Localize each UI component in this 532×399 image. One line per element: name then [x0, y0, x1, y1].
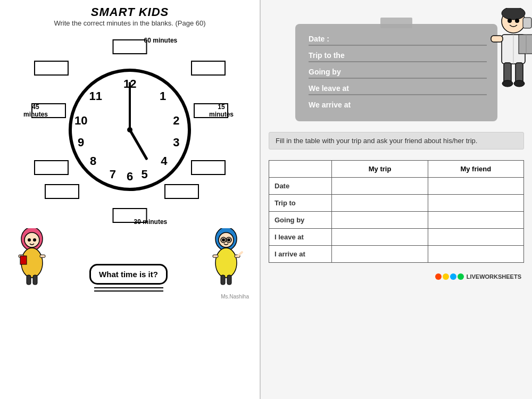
svg-point-38: [514, 80, 525, 87]
table-cell-myfriend[interactable]: [428, 178, 523, 195]
table-header-empty: [269, 161, 332, 178]
speech-bubble: What time is it?: [89, 264, 168, 285]
right-panel: Date : Trip to the Going by We leave at …: [261, 0, 532, 399]
svg-rect-22: [221, 275, 225, 285]
character-right: [204, 228, 249, 292]
answer-lines: [94, 287, 163, 292]
svg-point-25: [502, 8, 525, 20]
boy-svg: [487, 8, 532, 93]
svg-point-26: [508, 19, 512, 23]
blank-box-1[interactable]: [191, 61, 226, 76]
notepad-line-goingby: Going by: [309, 68, 487, 79]
table-cell-mytrip[interactable]: [332, 229, 428, 246]
table-cell-mytrip[interactable]: [332, 178, 428, 195]
left-title: SMART KIDS: [91, 5, 169, 19]
notepad-line-date: Date :: [309, 35, 487, 46]
clock-num-9: 9: [74, 136, 87, 148]
minute-hand: [129, 82, 131, 130]
notepad-line-wearrive: We arrive at: [309, 101, 487, 111]
table-cell-mytrip[interactable]: [332, 212, 428, 229]
svg-rect-8: [20, 256, 27, 264]
lws-logo: [435, 273, 464, 280]
notepad-label-weleave: We leave at: [309, 84, 356, 93]
table-cell-mytrip[interactable]: [332, 195, 428, 212]
svg-point-4: [33, 238, 36, 242]
clock-num-11: 11: [89, 89, 102, 102]
table-row: I arrive at: [269, 246, 524, 263]
left-panel: SMART KIDS Write the correct minutes in …: [0, 0, 261, 399]
answer-line-2: [94, 290, 163, 292]
table-cell-mytrip[interactable]: [332, 246, 428, 263]
blank-box-4[interactable]: [191, 160, 226, 175]
label-15min: 15minutes: [209, 103, 234, 119]
notepad-label-wearrive: We arrive at: [309, 101, 356, 109]
clock-num-4: 4: [157, 154, 170, 167]
notepad-label-date: Date :: [309, 35, 356, 43]
lws-dot-red: [435, 273, 442, 280]
characters-row: What time is it?: [5, 228, 254, 292]
table-cell-label: I leave at: [269, 229, 332, 246]
svg-point-37: [502, 80, 513, 87]
notepad-card: Date : Trip to the Going by We leave at …: [295, 24, 497, 121]
clock-num-1: 1: [156, 89, 169, 102]
svg-rect-36: [516, 63, 523, 83]
table-cell-myfriend[interactable]: [428, 229, 523, 246]
table-header-row: My trip My friend: [269, 161, 524, 178]
blank-box-11[interactable]: [34, 61, 69, 76]
label-45min: 45minutes: [23, 103, 48, 119]
lws-footer: LIVEWORKSHEETS: [269, 271, 524, 282]
table-cell-myfriend[interactable]: [428, 246, 523, 263]
table-row: Date: [269, 178, 524, 195]
clock-center: [127, 127, 132, 132]
table-cell-label: I arrive at: [269, 246, 332, 263]
svg-line-21: [238, 252, 242, 256]
svg-rect-7: [40, 255, 45, 257]
speech-bubble-container: What time is it?: [56, 264, 201, 292]
notepad-line-tripto: Trip to the: [309, 51, 487, 62]
lws-dot-green: [458, 273, 464, 280]
tape: [380, 18, 412, 28]
svg-rect-31: [491, 36, 503, 42]
left-watermark: Ms.Nashiha: [221, 294, 254, 300]
svg-rect-28: [523, 18, 531, 28]
table-cell-myfriend[interactable]: [428, 212, 523, 229]
character-right-svg: [204, 228, 249, 289]
svg-rect-19: [213, 255, 218, 257]
svg-rect-33: [519, 35, 532, 54]
blank-box-12[interactable]: [113, 39, 147, 54]
clock-face: 12 1 2 3 4 5 6 7 8 9 10: [69, 69, 191, 191]
trip-table: My trip My friend DateTrip toGoing byI l…: [269, 160, 524, 263]
lws-dot-blue: [450, 273, 456, 280]
answer-line-1: [94, 287, 163, 288]
table-cell-label: Going by: [269, 212, 332, 229]
svg-rect-9: [27, 275, 31, 285]
svg-rect-10: [33, 275, 37, 285]
table-cell-myfriend[interactable]: [428, 195, 523, 212]
table-header-mytrip: My trip: [332, 161, 428, 178]
svg-point-3: [28, 238, 31, 242]
svg-point-18: [215, 248, 237, 278]
clock-area: 60 minutes 15minutes 30 minutes 45minute…: [29, 34, 231, 226]
blank-box-8[interactable]: [34, 160, 69, 175]
svg-rect-35: [504, 63, 511, 83]
notepad-area: Date : Trip to the Going by We leave at …: [269, 13, 524, 121]
clock-num-2: 2: [170, 114, 182, 127]
table-cell-label: Trip to: [269, 195, 332, 212]
lws-text: LIVEWORKSHEETS: [467, 273, 521, 280]
svg-point-13: [222, 238, 225, 242]
table-row: Trip to: [269, 195, 524, 212]
notepad-label-tripto: Trip to the: [309, 51, 356, 60]
table-header-myfriend: My friend: [428, 161, 523, 178]
table-row: I leave at: [269, 229, 524, 246]
svg-rect-23: [227, 275, 231, 285]
label-30min: 30 minutes: [134, 218, 168, 226]
svg-point-14: [227, 238, 230, 242]
clock-num-3: 3: [170, 136, 182, 148]
fill-instruction: Fill in the table with your trip and ask…: [269, 132, 524, 149]
boy-character: [487, 8, 532, 93]
svg-point-27: [515, 19, 519, 23]
clock-num-6: 6: [123, 170, 136, 182]
clock-num-5: 5: [138, 168, 151, 180]
lws-dot-yellow: [443, 273, 449, 280]
label-60min: 60 minutes: [144, 37, 178, 44]
